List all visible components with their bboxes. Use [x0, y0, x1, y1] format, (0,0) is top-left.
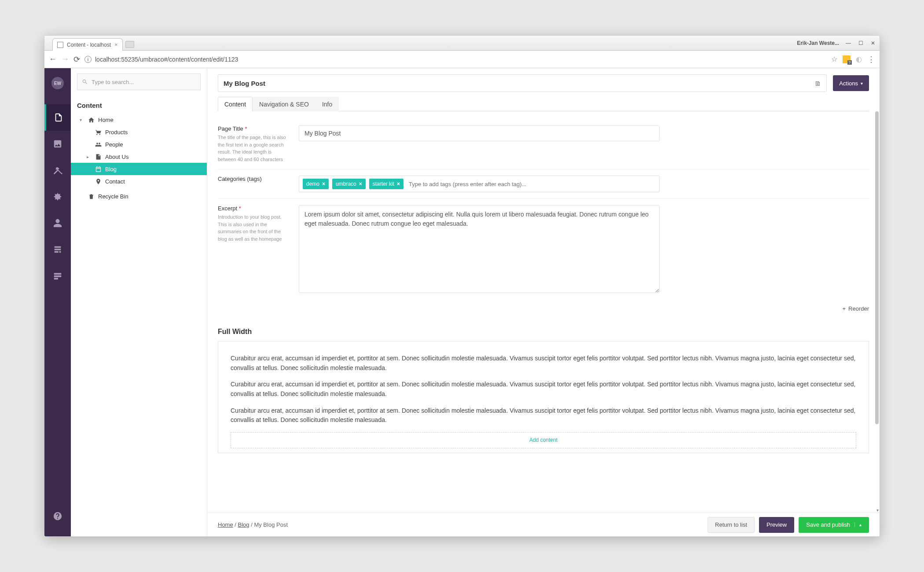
tag-remove-icon[interactable]: × [397, 181, 400, 187]
property-excerpt: Excerpt * Introduction to your blog post… [218, 199, 869, 301]
property-label: Categories (tags) [218, 176, 262, 182]
scrollbar-thumb[interactable] [875, 111, 879, 424]
tree-label: Contact [105, 178, 125, 185]
breadcrumb-link[interactable]: Home [218, 521, 233, 528]
new-tab-button[interactable] [125, 41, 134, 48]
window-minimize-icon[interactable]: — [845, 40, 851, 46]
return-to-list-button[interactable]: Return to list [708, 517, 755, 533]
section-settings-icon[interactable] [44, 157, 71, 183]
home-icon [88, 116, 95, 123]
editor-header: 🗎 Actions Content Navigation & SEO Info [207, 68, 880, 111]
breadcrumb-current: My Blog Post [254, 521, 288, 528]
url-text: localhost:55235/umbraco#/content/content… [95, 56, 238, 63]
tag-editor[interactable]: demo× umbraco× starter kit× [299, 176, 660, 192]
excerpt-textarea[interactable] [299, 205, 660, 293]
editor-footer: Home / Blog / My Blog Post Return to lis… [207, 513, 880, 536]
location-icon [95, 178, 102, 185]
tree-node-about[interactable]: ▸ About Us [71, 150, 207, 163]
editor-tabs: Content Navigation & SEO Info [218, 96, 869, 111]
add-content-button[interactable]: Add content [231, 432, 856, 448]
tree-section-title: Content [71, 95, 207, 114]
tree-label: Blog [105, 166, 117, 172]
tree-label: About Us [105, 154, 128, 160]
property-categories: Categories (tags) demo× umbraco× starter… [218, 169, 869, 199]
tag-remove-icon[interactable]: × [322, 181, 325, 187]
publish-dropdown-icon[interactable]: ▴ [854, 522, 862, 527]
tab-content[interactable]: Content [218, 97, 253, 111]
grid-section: Full Width Curabitur arcu erat, accumsan… [218, 328, 869, 453]
tree-node-products[interactable]: Products [71, 126, 207, 138]
content-tree-panel: Type to search... Content ▾ Home Product… [71, 68, 207, 536]
bookmark-star-icon[interactable]: ☆ [831, 55, 837, 63]
tree-node-home[interactable]: ▾ Home [71, 114, 207, 126]
section-forms-icon[interactable] [44, 263, 71, 289]
grid-paragraph: Curabitur arcu erat, accumsan id imperdi… [231, 406, 856, 425]
grid-cell[interactable]: Curabitur arcu erat, accumsan id imperdi… [218, 341, 869, 453]
nav-back-icon[interactable]: ← [49, 55, 57, 64]
window-close-icon[interactable]: ✕ [870, 40, 876, 46]
tree-label: Home [98, 117, 114, 123]
section-media-icon[interactable] [44, 131, 71, 157]
tab-info[interactable]: Info [315, 97, 339, 111]
user-avatar[interactable]: EW [51, 77, 64, 89]
property-page-title: Page Title * The title of the page, this… [218, 119, 869, 169]
tree-node-contact[interactable]: Contact [71, 175, 207, 187]
grid-paragraph: Curabitur arcu erat, accumsan id imperdi… [231, 380, 856, 399]
page-favicon-icon [57, 42, 63, 48]
breadcrumb-link[interactable]: Blog [238, 521, 249, 528]
preview-button[interactable]: Preview [759, 517, 794, 533]
window-maximize-icon[interactable]: ☐ [858, 40, 864, 46]
nav-reload-icon[interactable]: ⟳ [73, 55, 80, 64]
browser-tab[interactable]: Content - localhost × [52, 38, 123, 51]
page-title-input[interactable] [224, 80, 814, 87]
document-type-icon[interactable]: 🗎 [814, 80, 821, 87]
umbraco-app: EW Type to search... Content ▾ Home [44, 68, 880, 536]
required-indicator: * [245, 125, 247, 132]
tree-node-blog[interactable]: Blog [71, 163, 207, 175]
tree-node-recycle-bin[interactable]: Recycle Bin [71, 190, 207, 202]
tree-label: People [105, 141, 123, 148]
tab-navigation-seo[interactable]: Navigation & SEO [253, 97, 315, 111]
plus-icon: + [842, 305, 846, 312]
tab-close-icon[interactable]: × [114, 41, 118, 48]
section-rail: EW [44, 68, 71, 536]
save-and-publish-button[interactable]: Save and publish ▴ [799, 517, 869, 533]
property-description: The title of the page, this is also the … [218, 134, 288, 163]
search-placeholder: Type to search... [92, 79, 134, 85]
expander-icon[interactable]: ▾ [80, 117, 84, 122]
browser-window: Content - localhost × Erik-Jan Weste... … [44, 35, 880, 537]
site-info-icon[interactable]: i [84, 56, 92, 63]
chrome-menu-icon[interactable]: ⋮ [867, 55, 875, 64]
extension-disabled-icon[interactable]: ◐ [856, 55, 862, 63]
browser-address-bar: ← → ⟳ i localhost:55235/umbraco#/content… [44, 51, 880, 68]
expander-icon[interactable]: ▸ [87, 154, 91, 159]
url-field[interactable]: i localhost:55235/umbraco#/content/conte… [84, 56, 827, 63]
calendar-icon [95, 165, 102, 172]
section-members-icon[interactable] [44, 236, 71, 263]
editor-body: Page Title * The title of the page, this… [207, 111, 880, 513]
section-developer-icon[interactable] [44, 183, 71, 210]
page-title-field[interactable] [299, 125, 660, 141]
section-content-icon[interactable] [44, 104, 71, 131]
scroll-down-icon[interactable]: ▾ [876, 508, 879, 513]
nav-forward-icon: → [61, 55, 69, 64]
grid-paragraph: Curabitur arcu erat, accumsan id imperdi… [231, 354, 856, 373]
cart-icon [95, 128, 102, 136]
chrome-profile-name: Erik-Jan Weste... [797, 40, 839, 46]
tree-node-people[interactable]: People [71, 138, 207, 150]
help-icon[interactable] [44, 503, 71, 529]
page-title-input-wrap: 🗎 [218, 74, 827, 92]
breadcrumb: Home / Blog / My Blog Post [218, 521, 288, 528]
tag-chip: umbraco× [332, 179, 366, 189]
tag-input[interactable] [407, 179, 656, 189]
reorder-button[interactable]: + Reorder [842, 305, 869, 312]
actions-button[interactable]: Actions [833, 75, 869, 91]
property-description: Introduction to your blog post. This is … [218, 213, 288, 242]
property-label: Excerpt [218, 205, 237, 212]
reorder-row: + Reorder [218, 301, 869, 315]
tag-remove-icon[interactable]: × [359, 181, 362, 187]
section-users-icon[interactable] [44, 210, 71, 236]
extension-icon[interactable] [843, 55, 851, 63]
tree-label: Products [105, 129, 128, 136]
tree-search[interactable]: Type to search... [77, 73, 201, 90]
